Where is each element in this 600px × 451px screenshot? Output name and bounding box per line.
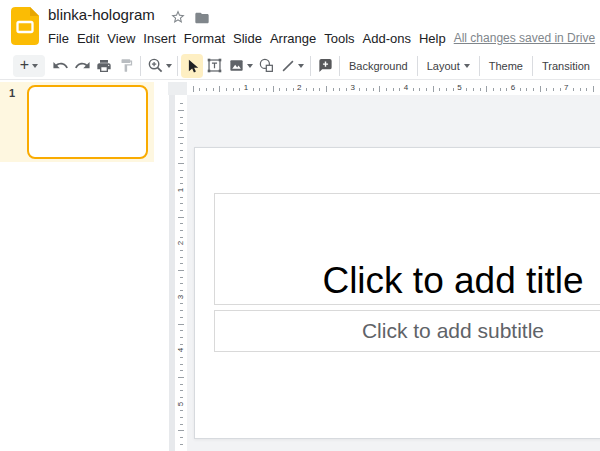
transition-button[interactable]: Transition [536, 60, 596, 72]
slide-thumbnail[interactable] [27, 85, 148, 159]
ruler-tick [480, 88, 481, 91]
slides-logo-icon[interactable] [10, 6, 40, 46]
ruler-tick [586, 88, 587, 91]
select-tool-button[interactable] [181, 54, 203, 78]
ruler-tick [393, 88, 394, 91]
menu-tools[interactable]: Tools [324, 31, 354, 46]
image-icon [228, 57, 245, 74]
paint-format-icon [119, 58, 134, 73]
print-icon [96, 58, 112, 74]
print-button[interactable] [93, 54, 115, 78]
ruler-tick [180, 337, 183, 338]
subtitle-placeholder[interactable]: Click to add subtitle [214, 310, 600, 352]
ruler-tick [533, 88, 534, 91]
ruler-tick [180, 444, 183, 445]
google-slides-app: blinka-hologram File Edit View Insert Fo… [0, 0, 600, 451]
menu-add-ons[interactable]: Add-ons [363, 31, 411, 46]
ruler-tick [180, 223, 183, 224]
ruler-tick [178, 430, 184, 431]
ruler-tick [413, 88, 414, 91]
ruler-tick [180, 230, 183, 231]
insert-line-button[interactable] [277, 54, 307, 78]
redo-button[interactable] [71, 54, 93, 78]
ruler-tick [553, 88, 554, 91]
toolbar-separator [177, 56, 178, 76]
menu-bar: File Edit View Insert Format Slide Arran… [48, 28, 600, 48]
menu-arrange[interactable]: Arrange [270, 31, 316, 46]
ruler-tick [178, 137, 184, 138]
new-slide-button[interactable]: + [13, 55, 45, 77]
ruler-tick [546, 88, 547, 91]
menu-view[interactable]: View [107, 31, 135, 46]
ruler-tick [180, 424, 183, 425]
ruler-tick [180, 143, 183, 144]
chevron-down-icon [464, 64, 470, 68]
ruler-tick [313, 88, 314, 91]
ruler-tick [219, 86, 220, 92]
vertical-ruler: 12345 [175, 95, 187, 451]
ruler-tick [520, 88, 521, 91]
menu-edit[interactable]: Edit [77, 31, 99, 46]
theme-button[interactable]: Theme [483, 60, 529, 72]
star-icon[interactable] [170, 9, 186, 25]
ruler-tick [180, 123, 183, 124]
ruler-tick [526, 88, 527, 91]
ruler-tick [178, 377, 184, 378]
ruler-tick [180, 390, 183, 391]
text-box-button[interactable] [203, 54, 225, 78]
ruler-tick [180, 330, 183, 331]
ruler-number: 4 [176, 345, 184, 355]
text-box-icon [206, 57, 223, 74]
document-title[interactable]: blinka-hologram [48, 6, 155, 23]
chevron-down-icon [166, 64, 172, 68]
ruler-tick [180, 103, 183, 104]
ruler-tick [180, 290, 183, 291]
ruler-tick [180, 263, 183, 264]
undo-button[interactable] [49, 54, 71, 78]
ruler-tick [259, 88, 260, 91]
ruler-tick [426, 88, 427, 91]
paint-format-button [115, 54, 137, 78]
workspace: 1 1234567 12345 Click to add title Click… [0, 81, 600, 451]
title-placeholder[interactable]: Click to add title [214, 193, 600, 305]
menu-format[interactable]: Format [184, 31, 225, 46]
ruler-tick [180, 177, 183, 178]
toolbar: + [0, 52, 600, 80]
background-button[interactable]: Background [343, 60, 414, 72]
ruler-tick [180, 197, 183, 198]
ruler-tick [180, 130, 183, 131]
ruler-tick [233, 88, 234, 91]
save-status-link[interactable]: All changes saved in Drive [454, 31, 595, 45]
slide-editing-surface[interactable]: Click to add title Click to add subtitle [194, 147, 600, 439]
ruler-tick [253, 88, 254, 91]
menu-slide[interactable]: Slide [233, 31, 262, 46]
add-comment-button[interactable] [314, 54, 336, 78]
ruler-tick [419, 88, 420, 91]
menu-help[interactable]: Help [419, 31, 446, 46]
undo-icon [52, 57, 69, 74]
ruler-number: 3 [348, 83, 358, 92]
layout-button[interactable]: Layout [421, 60, 476, 72]
ruler-tick [580, 88, 581, 91]
zoom-button[interactable] [144, 54, 174, 78]
ruler-tick [319, 88, 320, 91]
ruler-tick [180, 257, 183, 258]
ruler-tick [178, 163, 184, 164]
ruler-tick [180, 203, 183, 204]
toolbar-separator [310, 56, 311, 76]
ruler-tick [306, 88, 307, 91]
chevron-down-icon [247, 64, 253, 68]
ruler-tick [493, 88, 494, 91]
insert-image-button[interactable] [225, 54, 255, 78]
insert-shape-button[interactable] [255, 54, 277, 78]
toolbar-separator [532, 56, 533, 76]
ruler-tick [339, 88, 340, 91]
menu-file[interactable]: File [48, 31, 69, 46]
ruler-tick [180, 157, 183, 158]
move-folder-icon[interactable] [194, 10, 210, 26]
title-placeholder-text: Click to add title [322, 262, 583, 301]
ruler-tick [180, 437, 183, 438]
menu-insert[interactable]: Insert [143, 31, 176, 46]
filmstrip-slide-row-selected[interactable]: 1 [0, 82, 154, 162]
ruler-number: 5 [176, 399, 184, 409]
